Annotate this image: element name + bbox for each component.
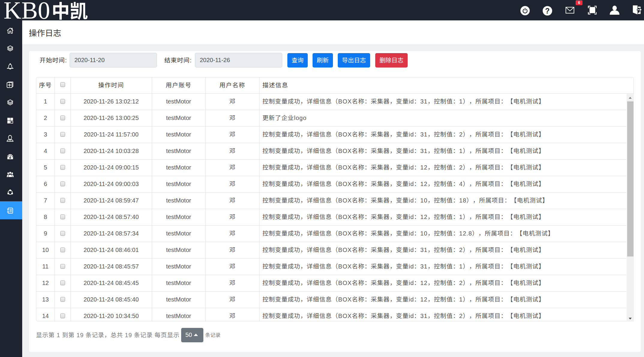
svg-text:?: ? <box>545 7 550 15</box>
svg-text:KB0: KB0 <box>4 0 50 20</box>
svg-text:中凯: 中凯 <box>52 0 88 20</box>
